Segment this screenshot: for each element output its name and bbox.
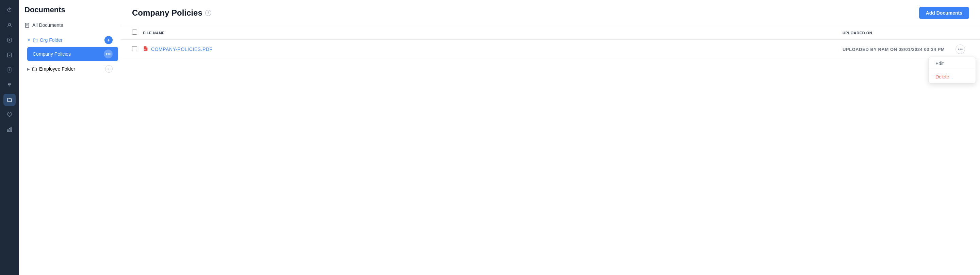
sidebar: Documents All Documents ▼ Org Folder + C… (19, 0, 121, 275)
svg-text:PDF: PDF (144, 49, 147, 51)
documents-table: FILE NAME UPLOADED ON PDF company-polici… (121, 26, 980, 275)
add-documents-button[interactable]: Add Documents (919, 7, 969, 19)
sidebar-title: Documents (19, 5, 121, 20)
edit-option[interactable]: Edit (929, 57, 975, 70)
filename-text: company-policies.pdf (151, 46, 213, 52)
employee-folder-icon (32, 66, 37, 72)
select-all-checkbox[interactable] (132, 30, 137, 35)
pdf-icon: PDF (143, 46, 148, 53)
main-header: Company Policies i Add Documents (121, 0, 980, 26)
svg-rect-14 (11, 128, 11, 132)
table-header-row: FILE NAME UPLOADED ON (121, 26, 980, 40)
uploaded-on-column-header: UPLOADED ON (843, 31, 951, 35)
filename-cell: PDF company-policies.pdf (143, 46, 838, 53)
heart-icon[interactable] (3, 109, 16, 121)
context-menu: Edit Delete (928, 57, 976, 84)
rupee-icon[interactable] (3, 79, 16, 91)
org-folder-add-button[interactable]: + (105, 36, 113, 44)
chevron-right-icon: ▶ (27, 67, 30, 71)
folder-nav-icon[interactable] (3, 94, 16, 106)
actions-cell: ••• Edit Delete (956, 44, 969, 54)
company-policies-folder-row[interactable]: Company Policies ••• (27, 47, 118, 61)
filename-column-header: FILE NAME (143, 31, 838, 35)
employee-folder-add-button[interactable]: + (105, 65, 113, 73)
info-icon[interactable]: i (205, 10, 211, 16)
plus-circle-icon[interactable] (3, 34, 16, 46)
chart-icon[interactable] (3, 123, 16, 136)
org-folder-row[interactable]: ▼ Org Folder + (22, 33, 118, 47)
nav-bar: ⏱ (0, 0, 19, 275)
svg-rect-13 (9, 129, 10, 132)
org-folder-name: Org Folder (40, 37, 105, 43)
sidebar-item-all-documents[interactable]: All Documents (19, 20, 121, 30)
company-policies-label: Company Policies (33, 51, 104, 57)
row-checkbox-col (132, 46, 139, 53)
all-documents-label: All Documents (32, 22, 63, 28)
employee-folder-section: ▶ Employee Folder + (19, 62, 121, 75)
main-title-container: Company Policies i (132, 8, 211, 17)
upload-info-text: Uploaded by Ram on 08/01/2024 03:34 PM (843, 47, 945, 52)
pdf-file-icon: PDF (143, 46, 148, 51)
user-icon[interactable] (3, 19, 16, 31)
page-title: Company Policies (132, 8, 202, 17)
employee-folder-row[interactable]: ▶ Employee Folder + (22, 62, 118, 75)
main-content: Company Policies i Add Documents FILE NA… (121, 0, 980, 275)
company-policies-more-button[interactable]: ••• (104, 49, 113, 58)
check-square-icon[interactable] (3, 49, 16, 61)
chevron-down-icon: ▼ (27, 38, 30, 42)
table-row: PDF company-policies.pdf Uploaded by Ram… (121, 40, 980, 59)
file-link[interactable]: PDF company-policies.pdf (143, 46, 838, 53)
row-checkbox[interactable] (132, 46, 137, 51)
clock-icon[interactable]: ⏱ (3, 4, 16, 16)
org-folder-icon (33, 38, 38, 43)
task-icon[interactable] (3, 64, 16, 76)
uploaded-info-cell: Uploaded by Ram on 08/01/2024 03:34 PM (843, 47, 951, 52)
delete-option[interactable]: Delete (929, 70, 975, 83)
svg-rect-12 (8, 130, 8, 132)
svg-point-0 (8, 24, 10, 25)
org-folder-section: ▼ Org Folder + Company Policies ••• (19, 33, 121, 61)
header-checkbox-col (132, 30, 139, 36)
row-more-button[interactable]: ••• (956, 44, 965, 54)
document-icon (24, 23, 30, 28)
employee-folder-name: Employee Folder (39, 66, 105, 72)
